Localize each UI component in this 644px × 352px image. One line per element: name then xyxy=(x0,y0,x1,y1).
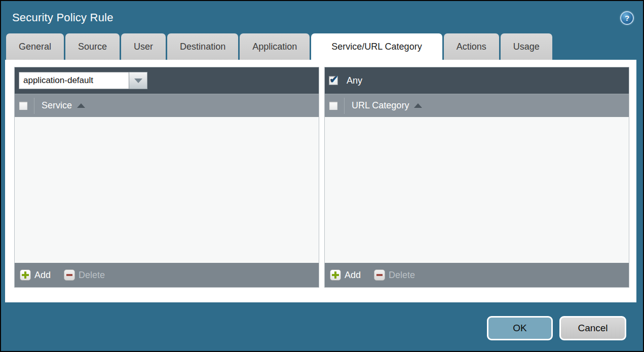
titlebar: Security Policy Rule ? xyxy=(1,1,643,32)
security-policy-rule-dialog: Security Policy Rule ? General Source Us… xyxy=(0,0,644,352)
url-category-select-all-checkbox[interactable] xyxy=(329,101,338,110)
tab-application[interactable]: Application xyxy=(240,33,310,60)
url-category-column-label: URL Category xyxy=(352,100,409,111)
tab-bar: General Source User Destination Applicat… xyxy=(1,32,643,60)
url-category-delete-button[interactable]: Delete xyxy=(374,269,415,281)
add-plus-icon xyxy=(20,269,31,281)
service-type-combobox xyxy=(19,72,147,89)
tab-content: Service Add Delete xyxy=(5,60,636,302)
tab-service-url-category[interactable]: Service/URL Category xyxy=(311,33,442,60)
add-plus-icon xyxy=(330,269,341,281)
service-list xyxy=(15,117,319,263)
service-panel-header xyxy=(15,67,319,94)
service-panel: Service Add Delete xyxy=(14,67,319,288)
column-divider xyxy=(34,98,34,114)
url-category-list xyxy=(325,117,629,263)
tab-actions[interactable]: Actions xyxy=(444,33,499,60)
column-divider xyxy=(344,98,345,114)
url-category-add-button[interactable]: Add xyxy=(330,269,361,281)
delete-minus-icon xyxy=(374,269,385,281)
url-category-panel-footer: Add Delete xyxy=(325,263,629,287)
help-icon[interactable]: ? xyxy=(620,11,634,25)
tab-user[interactable]: User xyxy=(121,33,166,60)
any-label: Any xyxy=(347,75,362,86)
delete-minus-icon xyxy=(64,269,75,281)
chevron-down-icon xyxy=(134,79,142,83)
url-category-column-header[interactable]: URL Category xyxy=(325,94,629,117)
service-type-input[interactable] xyxy=(19,72,129,89)
url-category-panel-header: Any xyxy=(325,67,629,94)
sort-ascending-icon xyxy=(414,103,422,108)
service-add-button[interactable]: Add xyxy=(20,269,51,281)
url-category-panel: Any URL Category Add Delete xyxy=(324,67,629,288)
tab-destination[interactable]: Destination xyxy=(167,33,238,60)
cancel-button[interactable]: Cancel xyxy=(559,316,626,340)
dialog-actions: OK Cancel xyxy=(487,316,626,340)
panels-row: Service Add Delete xyxy=(14,67,629,288)
service-column-label: Service xyxy=(42,100,72,111)
service-select-all-checkbox[interactable] xyxy=(19,101,28,110)
tab-source[interactable]: Source xyxy=(65,33,120,60)
sort-ascending-icon xyxy=(77,103,85,108)
service-panel-footer: Add Delete xyxy=(15,263,319,287)
tab-usage[interactable]: Usage xyxy=(501,33,552,60)
ok-button[interactable]: OK xyxy=(487,316,553,340)
tab-general[interactable]: General xyxy=(6,33,64,60)
dialog-title: Security Policy Rule xyxy=(12,11,113,24)
service-delete-button[interactable]: Delete xyxy=(64,269,105,281)
any-checkbox[interactable] xyxy=(329,76,338,85)
service-column-header[interactable]: Service xyxy=(15,94,319,117)
service-type-dropdown-button[interactable] xyxy=(129,72,147,89)
